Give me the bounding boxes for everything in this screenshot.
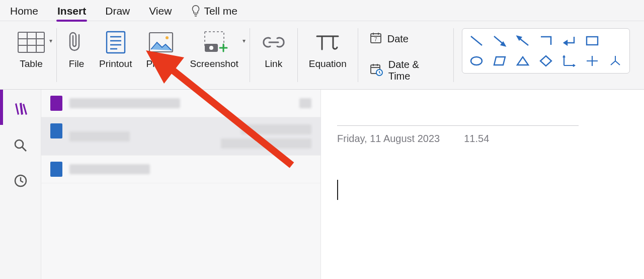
notebooks-button[interactable] — [13, 102, 29, 120]
date-button[interactable]: 7 Date — [366, 29, 445, 49]
shape-triangle[interactable] — [516, 54, 530, 68]
nav-active-indicator — [0, 90, 3, 125]
svg-point-5 — [209, 46, 213, 50]
redacted-text — [221, 138, 311, 149]
shapes-gallery — [462, 28, 630, 74]
svg-point-11 — [471, 57, 482, 65]
notebook-color-swatch — [50, 162, 62, 177]
ribbon-insert: ▾ Table File Printout — [0, 21, 644, 90]
shape-xy-axes[interactable] — [562, 54, 576, 68]
calendar-icon: 7 — [369, 31, 382, 47]
redacted-text — [299, 98, 311, 108]
page-title-field[interactable] — [337, 104, 579, 126]
screenshot-icon — [201, 28, 228, 56]
shape-diamond[interactable] — [539, 54, 553, 68]
tab-view[interactable]: View — [148, 3, 173, 21]
picture-icon — [148, 28, 174, 56]
redacted-text — [69, 98, 180, 108]
date-label: Date — [387, 33, 409, 45]
printout-label: Printout — [99, 58, 132, 69]
equation-button[interactable]: Equation — [306, 26, 350, 72]
content-area: Friday, 11 August 2023 11.54 — [0, 90, 644, 279]
paperclip-icon — [68, 28, 85, 56]
shape-2d-axes[interactable] — [585, 54, 599, 68]
svg-point-3 — [166, 36, 169, 39]
page-item[interactable] — [41, 156, 320, 183]
printout-icon — [104, 28, 127, 56]
table-label: Table — [20, 58, 42, 69]
picture-button[interactable]: Picture — [143, 26, 179, 72]
chevron-down-icon: ▾ — [49, 37, 52, 44]
text-cursor — [337, 180, 338, 200]
tab-draw[interactable]: Draw — [104, 3, 131, 21]
shape-3d-axes[interactable] — [608, 54, 622, 68]
shape-corner-tr[interactable] — [539, 34, 553, 48]
pi-icon — [314, 28, 341, 56]
redacted-text — [69, 131, 130, 142]
shape-ellipse[interactable] — [469, 54, 484, 68]
printout-button[interactable]: Printout — [96, 26, 135, 72]
tab-home[interactable]: Home — [9, 3, 39, 21]
svg-point-12 — [15, 140, 23, 148]
svg-rect-10 — [587, 37, 598, 45]
page-list — [41, 90, 321, 279]
shape-arrow-down-right[interactable] — [493, 34, 507, 48]
shape-angle-arrow[interactable] — [562, 34, 576, 48]
screenshot-label: Screenshot — [190, 58, 238, 69]
link-label: Link — [265, 58, 282, 69]
nav-rail — [0, 90, 41, 279]
equation-label: Equation — [309, 58, 347, 69]
redacted-text — [241, 124, 311, 134]
note-time: 11.54 — [464, 133, 489, 145]
picture-label: Picture — [146, 58, 176, 69]
tab-tell-me-label: Tell me — [204, 5, 237, 17]
menu-tabbar: Home Insert Draw View Tell me — [0, 0, 644, 21]
calendar-clock-icon — [369, 62, 383, 79]
notebook-color-swatch — [50, 96, 62, 111]
lightbulb-icon — [191, 5, 201, 18]
notebook-color-swatch — [50, 123, 62, 138]
note-date: Friday, 11 August 2023 — [337, 133, 440, 145]
redacted-text — [69, 164, 150, 174]
tab-tell-me[interactable]: Tell me — [190, 3, 238, 22]
svg-rect-1 — [107, 32, 125, 53]
shape-rectangle[interactable] — [585, 34, 599, 48]
svg-text:7: 7 — [374, 37, 377, 42]
screenshot-button[interactable]: ▾ Screenshot — [187, 26, 242, 72]
recent-button[interactable] — [13, 173, 28, 190]
shape-line[interactable] — [469, 34, 484, 48]
datetime-label: Date & Time — [388, 59, 442, 82]
table-icon — [17, 28, 45, 56]
datetime-button[interactable]: Date & Time — [366, 57, 445, 84]
page-item[interactable] — [41, 90, 320, 117]
link-icon — [261, 28, 286, 56]
svg-rect-0 — [18, 32, 44, 52]
file-label: File — [69, 58, 85, 69]
table-button[interactable]: ▾ Table — [14, 26, 48, 72]
chevron-down-icon: ▾ — [243, 37, 246, 44]
shape-arrow-up-left[interactable] — [516, 34, 530, 48]
page-item[interactable] — [41, 117, 320, 156]
shape-parallelogram[interactable] — [493, 54, 507, 68]
link-button[interactable]: Link — [258, 26, 289, 72]
note-canvas[interactable]: Friday, 11 August 2023 11.54 — [321, 90, 644, 279]
tab-insert[interactable]: Insert — [56, 3, 87, 21]
search-button[interactable] — [13, 138, 28, 155]
file-button[interactable]: File — [65, 26, 88, 72]
